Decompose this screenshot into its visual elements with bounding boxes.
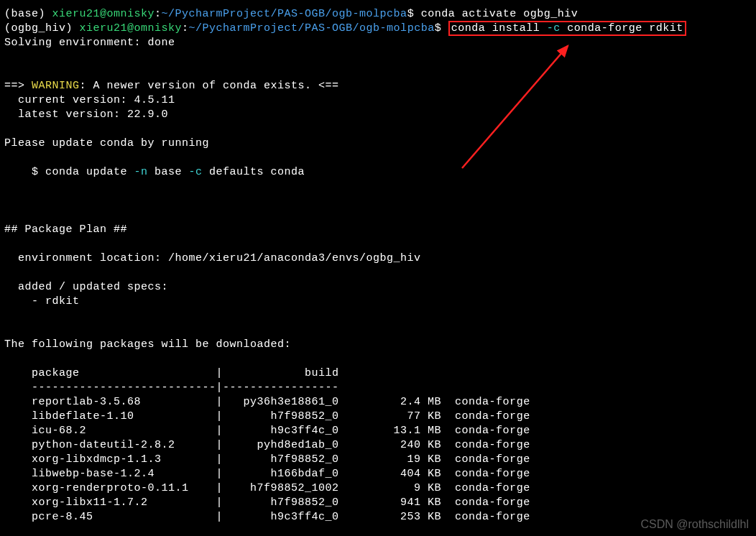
watermark: CSDN @rothschildlhl: [640, 517, 749, 532]
pkg-size: 240 KB: [339, 439, 442, 451]
blank-line: [4, 352, 752, 366]
blank-line: [4, 237, 752, 251]
prompt-symbol: $: [407, 8, 421, 20]
download-header: The following packages will be downloade…: [4, 338, 752, 352]
blank-line: [4, 65, 752, 79]
pkg-name: python-dateutil-2.8.2 |: [4, 439, 223, 451]
user-host: xieru21@omnisky: [80, 22, 183, 34]
prompt-symbol: $: [435, 22, 448, 34]
pkg-build: h7f98852_0: [223, 496, 339, 509]
package-plan-header: ## Package Plan ##: [4, 223, 752, 237]
cmd-flag: -n: [134, 166, 148, 178]
blank-line: [4, 180, 752, 194]
pkg-name: reportlab-3.5.68 |: [4, 396, 223, 408]
package-row: libdeflate-1.10 | h7f98852_0 77 KB conda…: [4, 410, 752, 424]
pkg-channel: conda-forge: [441, 439, 530, 451]
colon: :: [155, 8, 162, 20]
pkg-channel: conda-forge: [441, 453, 530, 466]
command-flag: -c: [547, 22, 561, 34]
pkg-build: h9c3ff4c_0: [223, 425, 339, 437]
cmd-text: $ conda update: [4, 166, 134, 178]
warning-line: ==> WARNING: A newer version of conda ex…: [4, 79, 752, 93]
pkg-size: 941 KB: [339, 496, 442, 509]
pkg-size: 253 KB: [339, 511, 442, 523]
added-specs: added / updated specs:: [4, 280, 752, 295]
pkg-name: icu-68.2 |: [4, 425, 223, 437]
blank-line: [4, 208, 752, 223]
blank-line: [4, 309, 752, 323]
pkg-channel: conda-forge: [441, 468, 530, 480]
pkg-size: 404 KB: [339, 468, 442, 480]
pkg-build: h7f98852_0: [223, 410, 339, 422]
prompt-line-2: (ogbg_hiv) xieru21@omnisky:~/PycharmProj…: [4, 22, 752, 36]
update-instruction: Please update conda by running: [4, 137, 752, 151]
terminal-output: (base) xieru21@omnisky:~/PycharmProject/…: [4, 7, 752, 525]
warning-text: : A newer version of conda exists. <==: [80, 80, 339, 92]
env-location: environment location: /home/xieru21/anac…: [4, 251, 752, 266]
latest-version: latest version: 22.9.0: [4, 108, 752, 122]
env-prefix: (ogbg_hiv): [4, 22, 80, 34]
highlighted-command[interactable]: conda install -c conda-forge rdkit: [448, 21, 686, 36]
cwd-path: ~/PycharmProject/PAS-OGB/ogb-molpcba: [189, 22, 435, 34]
pkg-size: 9 KB: [339, 482, 442, 494]
env-prefix: (base): [4, 8, 52, 20]
pkg-size: 2.4 MB: [339, 396, 442, 408]
pkg-size: 19 KB: [339, 453, 442, 466]
colon: :: [182, 22, 189, 34]
pkg-channel: conda-forge: [441, 425, 530, 437]
current-version: current version: 4.5.11: [4, 93, 752, 108]
pkg-channel: conda-forge: [441, 496, 530, 509]
table-header: package | build: [4, 366, 752, 381]
pkg-build: h7f98852_0: [223, 453, 339, 466]
blank-line: [4, 151, 752, 165]
pkg-size: 77 KB: [339, 410, 442, 422]
pkg-name: libdeflate-1.10 |: [4, 410, 223, 422]
warning-arrow: ==>: [4, 80, 32, 92]
pkg-name: xorg-libxdmcp-1.1.3 |: [4, 453, 223, 466]
package-row: reportlab-3.5.68 | py36h3e18861_0 2.4 MB…: [4, 395, 752, 410]
pkg-name: xorg-renderproto-0.11.1 |: [4, 482, 223, 494]
pkg-channel: conda-forge: [441, 410, 530, 422]
warning-label: WARNING: [32, 80, 80, 92]
pkg-channel: conda-forge: [441, 396, 530, 408]
user-host: xieru21@omnisky: [52, 8, 155, 20]
blank-line: [4, 50, 752, 65]
table-separator: ---------------------------|------------…: [4, 381, 752, 395]
pkg-build: h7f98852_1002: [223, 482, 339, 494]
command-text[interactable]: conda activate ogbg_hiv: [421, 8, 578, 20]
pkg-channel: conda-forge: [441, 511, 530, 523]
command-text: conda install: [451, 22, 547, 34]
blank-line: [4, 194, 752, 208]
blank-line: [4, 266, 752, 280]
cmd-text: base: [148, 166, 189, 178]
package-row: pcre-8.45 | h9c3ff4c_0 253 KB conda-forg…: [4, 510, 752, 525]
package-row: python-dateutil-2.8.2 | pyhd8ed1ab_0 240…: [4, 438, 752, 453]
package-row: xorg-libxdmcp-1.1.3 | h7f98852_0 19 KB c…: [4, 453, 752, 467]
pkg-build: h166bdaf_0: [223, 468, 339, 480]
update-command: $ conda update -n base -c defaults conda: [4, 165, 752, 180]
pkg-build: h9c3ff4c_0: [223, 511, 339, 523]
package-row: libwebp-base-1.2.4 | h166bdaf_0 404 KB c…: [4, 467, 752, 481]
pkg-size: 13.1 MB: [339, 425, 442, 437]
pkg-build: py36h3e18861_0: [223, 396, 339, 408]
prompt-line-1: (base) xieru21@omnisky:~/PycharmProject/…: [4, 7, 752, 22]
pkg-build: pyhd8ed1ab_0: [223, 439, 339, 451]
package-row: icu-68.2 | h9c3ff4c_0 13.1 MB conda-forg…: [4, 424, 752, 438]
cmd-flag: -c: [189, 166, 203, 178]
pkg-name: libwebp-base-1.2.4 |: [4, 468, 223, 480]
package-row: xorg-libx11-1.7.2 | h7f98852_0 941 KB co…: [4, 496, 752, 510]
spec-item: - rdkit: [4, 295, 752, 309]
cmd-text: defaults conda: [203, 166, 305, 178]
blank-line: [4, 122, 752, 137]
pkg-channel: conda-forge: [441, 482, 530, 494]
cwd-path: ~/PycharmProject/PAS-OGB/ogb-molpcba: [162, 8, 407, 20]
command-text: conda-forge rdkit: [561, 22, 683, 34]
blank-line: [4, 323, 752, 338]
pkg-name: pcre-8.45 |: [4, 511, 223, 523]
package-row: xorg-renderproto-0.11.1 | h7f98852_1002 …: [4, 481, 752, 496]
pkg-name: xorg-libx11-1.7.2 |: [4, 496, 223, 509]
solving-status: Solving environment: done: [4, 36, 752, 50]
